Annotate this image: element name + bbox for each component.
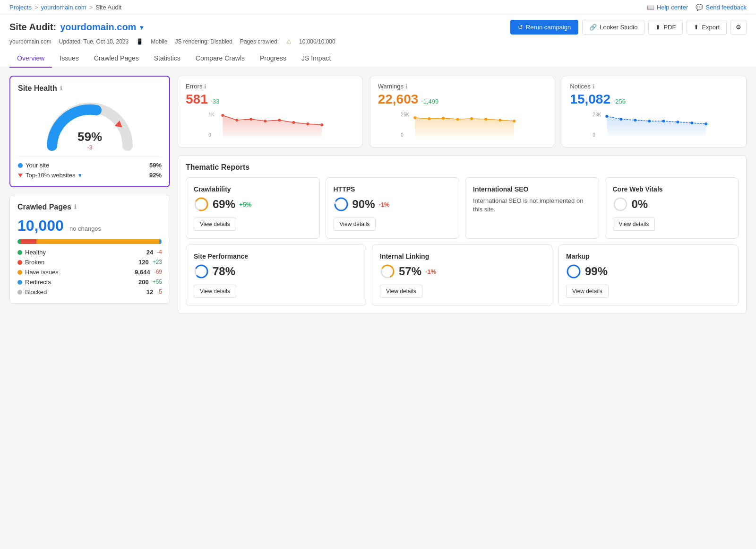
- export-icon: ⬆: [694, 24, 699, 31]
- https-pct-row: 90% -1%: [334, 197, 452, 212]
- breadcrumb-sep2: >: [89, 4, 93, 11]
- site-health-legend: Your site 59% Top-10% websites ▾ 92%: [18, 157, 162, 179]
- svg-point-22: [484, 118, 487, 121]
- reports-grid-row2: Site Performance 78% View details Inte: [186, 244, 739, 306]
- cwv-circle-icon: [613, 197, 628, 212]
- notices-card: Notices ℹ 15,082 -256 23K 0: [562, 76, 747, 148]
- tab-js-impact[interactable]: JS Impact: [294, 50, 338, 68]
- pdf-button[interactable]: ⬆ PDF: [648, 20, 683, 35]
- crawled-pages-card: Crawled Pages ℹ 10,000 no changes Health…: [9, 195, 170, 304]
- header-row: Site Audit: yourdomain.com ▾ ↺ Rerun cam…: [9, 20, 747, 35]
- top10-dropdown-icon[interactable]: ▾: [78, 172, 82, 179]
- send-feedback-link[interactable]: 💬 Send feedback: [696, 4, 747, 11]
- svg-point-17: [413, 116, 416, 119]
- warnings-info-icon[interactable]: ℹ: [405, 83, 408, 90]
- errors-card: Errors ℹ 581 -33 1K 0: [178, 76, 362, 148]
- looker-label: Looker Studio: [600, 24, 637, 31]
- notices-sparkline: 23K 0: [570, 111, 739, 140]
- svg-text:0: 0: [401, 132, 404, 138]
- rerun-campaign-button[interactable]: ↺ Rerun campaign: [510, 20, 578, 35]
- svg-point-9: [264, 120, 266, 122]
- errors-label: Errors ℹ: [186, 83, 354, 90]
- cwv-view-details-button[interactable]: View details: [613, 218, 655, 231]
- svg-point-19: [442, 117, 445, 120]
- svg-point-6: [221, 114, 224, 117]
- tab-compare-crawls[interactable]: Compare Crawls: [188, 50, 252, 68]
- markup-view-details-button[interactable]: View details: [566, 285, 609, 298]
- svg-point-28: [606, 115, 609, 118]
- report-internal-linking: Internal Linking 57% -1% View details: [372, 244, 552, 306]
- breadcrumb-projects[interactable]: Projects: [9, 4, 32, 11]
- pdf-icon: ⬆: [655, 24, 661, 31]
- settings-button[interactable]: ⚙: [730, 20, 747, 35]
- https-title: HTTPS: [334, 185, 452, 193]
- stats-row: Errors ℹ 581 -33 1K 0: [178, 76, 747, 148]
- main-content: Site Health ℹ 59% -3: [0, 68, 756, 322]
- svg-text:0: 0: [208, 132, 211, 138]
- markup-title: Markup: [566, 253, 730, 260]
- breadcrumb: Projects > yourdomain.com > Site Audit: [9, 4, 121, 11]
- tab-statistics[interactable]: Statistics: [146, 50, 188, 68]
- site-health-info-icon[interactable]: ℹ: [60, 85, 62, 92]
- domain-label[interactable]: yourdomain.com: [60, 22, 136, 33]
- svg-point-42: [195, 265, 207, 278]
- svg-text:0: 0: [593, 132, 596, 138]
- site-perf-view-details-button[interactable]: View details: [194, 285, 236, 298]
- warnings-count: 22,603: [378, 92, 419, 107]
- help-center-label: Help center: [657, 4, 688, 11]
- pages-legend-row: Blocked 12 -5: [17, 288, 162, 296]
- int-link-delta: -1%: [425, 268, 436, 275]
- crawlability-pct-row: 69% +5%: [194, 197, 312, 212]
- svg-point-29: [620, 118, 623, 121]
- tab-overview[interactable]: Overview: [9, 50, 52, 68]
- looker-studio-button[interactable]: 🔗 Looker Studio: [582, 20, 644, 35]
- pages-legend-row: Broken 120 +23: [17, 259, 162, 266]
- breadcrumb-domain[interactable]: yourdomain.com: [41, 4, 86, 11]
- int-link-percent: 57%: [399, 265, 421, 278]
- https-view-details-button[interactable]: View details: [334, 218, 376, 231]
- svg-point-35: [705, 122, 708, 125]
- notices-info-icon[interactable]: ℹ: [593, 83, 595, 90]
- feedback-icon: 💬: [696, 4, 703, 11]
- crawlability-percent: 69%: [213, 198, 235, 211]
- export-button[interactable]: ⬆ Export: [687, 20, 727, 35]
- warnings-card: Warnings ℹ 22,603 -1,499 25K 0: [370, 76, 555, 148]
- svg-text:25K: 25K: [401, 112, 409, 117]
- crawlability-title: Crawlability: [194, 185, 312, 193]
- crawled-pages-info-icon[interactable]: ℹ: [74, 204, 77, 210]
- gauge-container: 59% -3: [18, 98, 162, 153]
- svg-point-34: [691, 122, 694, 124]
- int-link-title: Internal Linking: [380, 253, 544, 260]
- your-site-val: 59%: [149, 162, 162, 169]
- report-international-seo: International SEO International SEO is n…: [465, 177, 599, 239]
- svg-marker-5: [223, 115, 322, 137]
- crawlability-view-details-button[interactable]: View details: [194, 218, 236, 231]
- notices-label: Notices ℹ: [570, 83, 739, 90]
- site-audit-label: Site Audit:: [9, 22, 56, 33]
- pages-legend: Healthy 24 -4 Broken 120 +23 Have issues…: [17, 249, 162, 296]
- pdf-label: PDF: [663, 24, 676, 31]
- pages-progress-bar: [17, 239, 162, 244]
- pages-legend-row: Have issues 9,644 -69: [17, 269, 162, 276]
- svg-point-20: [456, 118, 459, 121]
- svg-point-21: [470, 117, 473, 120]
- markup-percent: 99%: [585, 265, 608, 278]
- reports-grid-row1: Crawlability 69% +5% View details HTTPS: [186, 177, 739, 239]
- pb-blocked: [161, 239, 162, 244]
- site-perf-pct-row: 78%: [194, 264, 358, 279]
- notices-count: 15,082: [570, 92, 610, 107]
- domain-dropdown-icon[interactable]: ▾: [140, 24, 143, 31]
- https-percent: 90%: [352, 198, 375, 211]
- svg-point-31: [648, 120, 651, 122]
- tab-progress[interactable]: Progress: [252, 50, 294, 68]
- tab-issues[interactable]: Issues: [52, 50, 86, 68]
- help-center-link[interactable]: 📖 Help center: [647, 4, 688, 11]
- report-site-performance: Site Performance 78% View details: [186, 244, 366, 306]
- int-link-view-details-button[interactable]: View details: [380, 285, 422, 298]
- tab-crawled-pages[interactable]: Crawled Pages: [86, 50, 146, 68]
- cwv-percent: 0%: [632, 198, 648, 211]
- top-actions: 📖 Help center 💬 Send feedback: [647, 4, 747, 11]
- https-circle-icon: [334, 197, 349, 212]
- errors-info-icon[interactable]: ℹ: [204, 83, 206, 90]
- pb-issues: [36, 239, 159, 244]
